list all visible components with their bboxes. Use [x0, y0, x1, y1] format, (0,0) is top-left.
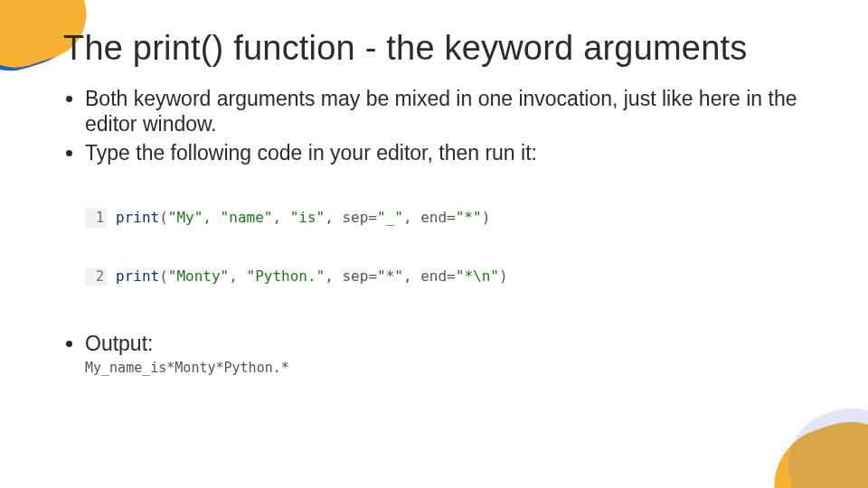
bullet-item: Output:: [85, 331, 814, 356]
corner-decoration-bottom-right: [760, 407, 868, 488]
output-block: My_name_is*Monty*Python.*: [85, 360, 814, 376]
bullet-list: Output:: [63, 331, 814, 356]
line-number: 1: [85, 209, 107, 227]
code-block: 1 print("My", "name", "is", sep="_", end…: [85, 169, 814, 325]
bullet-list: Both keyword arguments may be mixed in o…: [63, 86, 814, 165]
code-text: print("Monty", "Python.", sep="*", end="…: [116, 267, 508, 286]
bullet-item: Type the following code in your editor, …: [85, 140, 814, 165]
line-number: 2: [85, 267, 107, 286]
bullet-item: Both keyword arguments may be mixed in o…: [85, 86, 814, 136]
code-text: print("My", "name", "is", sep="_", end="…: [116, 208, 490, 228]
code-line: 1 print("My", "name", "is", sep="_", end…: [85, 208, 814, 228]
code-line: 2 print("Monty", "Python.", sep="*", end…: [85, 267, 814, 286]
slide-title: The print() function - the keyword argum…: [63, 29, 814, 68]
